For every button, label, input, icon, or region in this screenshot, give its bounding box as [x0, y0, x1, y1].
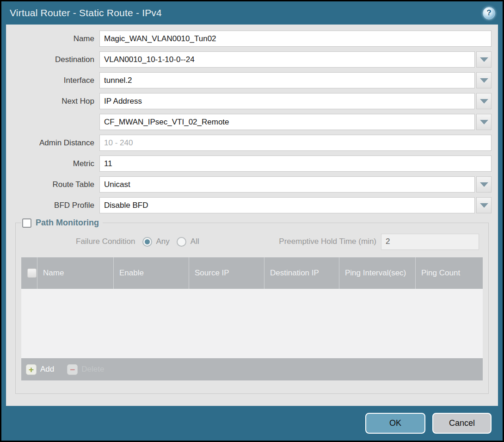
- path-monitoring-table: Name Enable Source IP Destination IP Pin…: [21, 257, 483, 380]
- delete-button-label: Delete: [81, 365, 104, 374]
- destination-row: Destination: [12, 51, 492, 68]
- path-monitoring-section: Path Monitoring Failure Condition Any Al…: [15, 218, 489, 394]
- path-monitoring-checkbox[interactable]: [22, 218, 31, 228]
- destination-input[interactable]: [99, 51, 475, 68]
- admin-distance-input[interactable]: [99, 135, 492, 151]
- bfd-profile-label: BFD Profile: [12, 201, 99, 210]
- chevron-down-icon: [480, 57, 488, 62]
- path-monitoring-title: Path Monitoring: [36, 218, 99, 228]
- metric-input[interactable]: [99, 156, 492, 172]
- route-table-row: Route Table: [12, 176, 492, 193]
- add-button[interactable]: + Add: [26, 364, 54, 375]
- bfd-profile-dropdown-button[interactable]: [476, 197, 492, 213]
- column-header-name[interactable]: Name: [37, 257, 113, 289]
- name-input[interactable]: [99, 31, 492, 47]
- column-header-enable[interactable]: Enable: [113, 257, 189, 289]
- table-header-checkbox-cell: [21, 257, 37, 289]
- next-hop-row: Next Hop: [12, 93, 492, 109]
- plus-icon: +: [26, 364, 37, 375]
- interface-row: Interface: [12, 72, 492, 88]
- dialog-footer: OK Cancel: [1, 406, 503, 441]
- next-hop-address-dropdown-button[interactable]: [476, 114, 492, 130]
- dialog-body: Name Destination Interface Next Hop: [6, 25, 498, 406]
- table-body-empty: [21, 289, 483, 358]
- next-hop-address-input[interactable]: [99, 114, 475, 130]
- failure-condition-all-radio[interactable]: [177, 237, 186, 247]
- column-header-ping-count[interactable]: Ping Count: [415, 257, 483, 289]
- next-hop-label: Next Hop: [12, 97, 99, 106]
- bfd-profile-input[interactable]: [99, 197, 475, 213]
- route-table-input[interactable]: [99, 176, 475, 193]
- failure-condition-label: Failure Condition: [76, 237, 135, 246]
- route-table-label: Route Table: [12, 180, 99, 189]
- metric-label: Metric: [12, 159, 99, 168]
- chevron-down-icon: [480, 99, 488, 104]
- metric-row: Metric: [12, 156, 492, 172]
- interface-dropdown-button[interactable]: [476, 72, 492, 88]
- name-label: Name: [12, 34, 99, 44]
- next-hop-dropdown-button[interactable]: [476, 93, 492, 109]
- next-hop-type-input[interactable]: [99, 93, 475, 109]
- table-toolbar: + Add − Delete: [21, 358, 483, 380]
- chevron-down-icon: [480, 78, 488, 83]
- add-button-label: Add: [40, 365, 54, 374]
- column-header-source-ip[interactable]: Source IP: [189, 257, 264, 289]
- failure-condition-row: Failure Condition Any All Preemptive Hol…: [21, 233, 483, 250]
- static-route-dialog: Virtual Router - Static Route - IPv4 ? N…: [1, 1, 503, 441]
- select-all-checkbox[interactable]: [27, 268, 37, 278]
- table-header-row: Name Enable Source IP Destination IP Pin…: [21, 257, 483, 289]
- destination-dropdown-button[interactable]: [476, 51, 492, 68]
- failure-condition-any-label: Any: [156, 237, 170, 246]
- admin-distance-label: Admin Distance: [12, 138, 99, 148]
- cancel-button[interactable]: Cancel: [432, 413, 492, 434]
- failure-condition-all-label: All: [191, 237, 199, 246]
- route-table-dropdown-button[interactable]: [476, 176, 492, 193]
- failure-condition-any-radio[interactable]: [142, 237, 152, 247]
- preemptive-hold-time-input[interactable]: [381, 234, 479, 250]
- chevron-down-icon: [480, 182, 488, 187]
- bfd-profile-row: BFD Profile: [12, 197, 492, 213]
- minus-icon: −: [67, 364, 78, 375]
- preemptive-hold-time-label: Preemptive Hold Time (min): [279, 237, 376, 246]
- column-header-ping-interval[interactable]: Ping Interval(sec): [339, 257, 415, 289]
- chevron-down-icon: [480, 203, 488, 208]
- dialog-titlebar: Virtual Router - Static Route - IPv4 ?: [1, 1, 503, 25]
- chevron-down-icon: [480, 120, 488, 125]
- interface-label: Interface: [12, 76, 99, 85]
- dialog-title: Virtual Router - Static Route - IPv4: [10, 7, 162, 19]
- name-row: Name: [12, 31, 492, 47]
- help-icon[interactable]: ?: [483, 7, 495, 19]
- column-header-destination-ip[interactable]: Destination IP: [264, 257, 339, 289]
- next-hop-address-row: [12, 114, 492, 130]
- destination-label: Destination: [12, 55, 99, 64]
- ok-button[interactable]: OK: [365, 413, 425, 434]
- delete-button[interactable]: − Delete: [67, 364, 104, 375]
- path-monitoring-legend: Path Monitoring: [21, 218, 103, 228]
- admin-distance-row: Admin Distance: [12, 135, 492, 151]
- interface-input[interactable]: [99, 72, 475, 88]
